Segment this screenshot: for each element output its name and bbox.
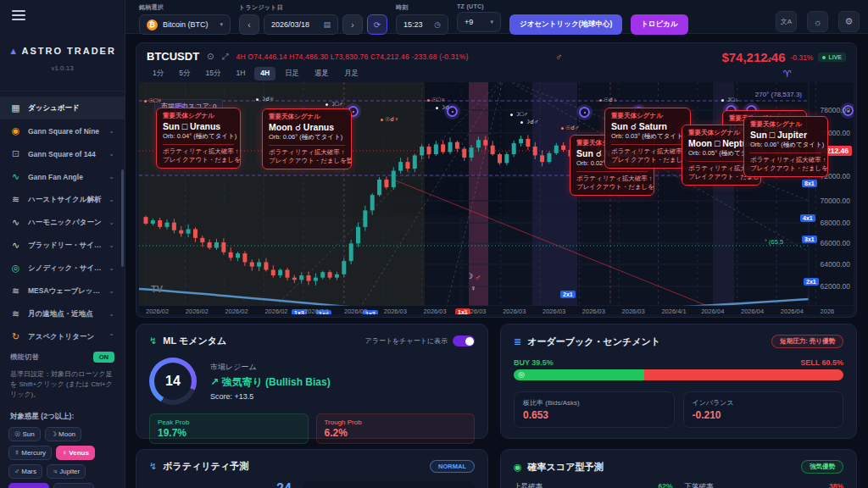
ohlc-readout: 4H O74,446.14 H74,486.30 L73,830.76 C74,… <box>236 53 469 61</box>
timeframe-row: 1分5分15分1H4H日足週足月足 <box>136 63 856 80</box>
time-input[interactable]: 15:23 ◷ <box>396 14 448 35</box>
gann-degree-label-green: ° (65,5 <box>765 238 783 246</box>
time-value: 15:23 <box>403 20 429 29</box>
trough-prob-box: Trough Prob 6.2% <box>316 413 476 444</box>
base-date-note: 基準日設定：対象日のローソク足を Shift+クリック (または Ctrl+クリ… <box>0 368 125 407</box>
sidebar-item-4[interactable]: ≋ハーストサイクル解析⌄ <box>0 188 125 211</box>
regime-value: ↗ 強気寄り (Bullish Bias) <box>210 375 331 390</box>
chevron-icon: ⌄ <box>108 150 114 158</box>
sidebar-item-icon: ↻ <box>10 331 21 342</box>
timeframe-月足[interactable]: 月足 <box>338 67 364 80</box>
timeframe-1分[interactable]: 1分 <box>147 67 170 80</box>
imbalance-box: インバランス -0.210 <box>683 391 844 428</box>
date-axis-label: 2026/03 <box>542 308 565 314</box>
sidebar-item-2[interactable]: ⊡Gann Square of 144⌄ <box>0 142 125 165</box>
planet-glyph-icon: ♂ <box>555 52 562 62</box>
aspect-event-circle-icon <box>579 107 590 118</box>
buy-sell-bar: ◎ <box>514 369 843 380</box>
chevron-icon: ⌄ <box>108 127 114 135</box>
timeframe-5分[interactable]: 5分 <box>173 67 196 80</box>
sidebar-item-9[interactable]: ≋月の遠地点・近地点⌄ <box>0 302 125 325</box>
chevron-icon: ⌄ <box>108 219 114 226</box>
planet-chip-venus[interactable]: ♀ Venus <box>56 446 95 460</box>
sidebar-item-icon: ≋ <box>10 194 21 205</box>
symbol-select-value: Bitcoin (BTC) <box>163 20 214 29</box>
app-version: v1.0.13 <box>0 64 125 72</box>
chart-plot[interactable]: 市場圧力スコア: 0☉□♅☽☌♅☽□♂☉☌♀☉□♃☽☌♀☽□♂☽☌♂☉☌♂☉☌♄… <box>139 82 854 314</box>
chevron-down-icon: ▾ <box>220 21 223 28</box>
sidebar-item-icon: ∿ <box>10 217 21 228</box>
alert-toggle[interactable] <box>453 336 475 347</box>
planet-chip-sun[interactable]: ☉ Sun <box>8 427 41 441</box>
sidebar-item-icon: ≋ <box>10 286 21 297</box>
ml-momentum-panel: ↯ ML モメンタム アラートをチャートに表示 14 市場レジーム ↗ 強気寄り… <box>136 324 488 439</box>
transit-date-value: 2026/03/18 <box>271 20 318 29</box>
hamburger-menu-icon[interactable] <box>12 10 25 20</box>
chevron-icon: ⌄ <box>108 264 114 272</box>
aspect-marker: ☽□♂ <box>510 111 528 118</box>
sidebar-item-1[interactable]: ◉Gann Square of Nine⌄ <box>0 119 125 142</box>
aspect-marker: ☉☌♀ <box>381 116 398 123</box>
tradingview-logo: TV <box>151 284 163 294</box>
down-probability-value: 38% <box>829 482 843 488</box>
screenshot-icon[interactable]: ⊙ <box>207 52 214 61</box>
sidebar-item-label: ブラッドリー・サイデログラフ <box>28 241 102 251</box>
date-axis-label: 2026/03 <box>622 308 645 314</box>
planet-glyph-icon: ♆ <box>321 67 328 77</box>
chart-card: BTCUSDT ⊙ ⤢ 4H O74,446.14 H74,486.30 L73… <box>136 42 857 318</box>
date-axis-label: 2026/3/1 <box>304 308 329 314</box>
function-on-badge[interactable]: ON <box>93 352 114 363</box>
date-axis-label: 2026 <box>821 308 835 314</box>
refresh-button[interactable]: ⟳ <box>367 14 387 35</box>
sidebar-scrollbar[interactable] <box>121 169 124 267</box>
planet-chip-uranus[interactable]: ♅ Uranus <box>53 483 94 488</box>
volatility-number: 24 <box>276 481 292 488</box>
sidebar-item-6[interactable]: ∿ブラッドリー・サイデログラフ⌄ <box>0 234 125 257</box>
transit-date-input[interactable]: 2026/03/18 ▤ <box>264 14 338 35</box>
prev-date-button[interactable]: ‹ <box>239 14 259 35</box>
timezone-value: +9 <box>465 18 485 26</box>
sidebar-item-7[interactable]: ◎シノディック・サイクル⌄ <box>0 257 125 280</box>
price-axis-label: 68000.00 <box>821 219 850 227</box>
sidebar-item-icon: ▦ <box>10 103 21 114</box>
next-date-button[interactable]: › <box>342 14 363 35</box>
planet-chip-jupiter[interactable]: ♃ Jupiter <box>47 464 86 479</box>
planet-chip-moon[interactable]: ☽ Moon <box>45 427 81 441</box>
volatility-detail-box <box>303 481 475 488</box>
aspect-event-circle-icon <box>447 106 458 117</box>
gann-angle-badge: 8x1 <box>802 180 817 187</box>
sidebar-item-icon: ◉ <box>10 125 21 136</box>
sidebar-item-5[interactable]: ∿ハーモニックパターン⌄ <box>0 211 125 234</box>
sidebar-item-0[interactable]: ▦ダッシュボード <box>0 97 125 119</box>
target-icon: ◎ <box>518 370 525 379</box>
planet-glyph-icon: ♀ <box>470 284 476 292</box>
sidebar-item-icon: ∿ <box>10 171 21 182</box>
planet-chip-mercury[interactable]: ☿ Mercury <box>8 446 52 460</box>
probability-panel: ◉ 確率スコア型予測 強気優勢 上昇確率62% 下落確率38% <box>500 449 857 488</box>
aspect-marker: ☽☌♅ <box>256 96 274 103</box>
sidebar-item-10[interactable]: ↻アスペクトリターン⌃ <box>0 325 125 348</box>
gann-angle-badge: 4x1 <box>800 214 815 222</box>
up-probability-value: 62% <box>658 482 672 488</box>
gann-degree-label: 270° (78,537.3) <box>698 91 802 98</box>
timeframe-日足[interactable]: 日足 <box>279 67 305 80</box>
geocentric-button[interactable]: ジオセントリック(地球中心) <box>509 14 622 35</box>
sidebar-item-3[interactable]: ∿Gann Fan Angle⌄ <box>0 165 125 188</box>
timeframe-4H[interactable]: 4H <box>254 67 275 80</box>
theme-toggle-button[interactable]: ☼ <box>807 11 828 32</box>
symbol-select[interactable]: ₿ Bitcoin (BTC) ▾ <box>139 14 231 35</box>
date-axis-label: 2026/03 <box>344 308 367 314</box>
tropical-button[interactable]: トロピカル <box>631 14 688 35</box>
timezone-select[interactable]: +9 ▾ <box>457 12 501 32</box>
timeframe-1H[interactable]: 1H <box>230 67 251 80</box>
planet-chip-saturn[interactable]: ♄ Saturn <box>8 483 49 488</box>
language-button[interactable]: 文A <box>776 11 797 32</box>
chevron-icon: ⌄ <box>108 173 114 180</box>
orderbook-title: オーダーブック・センチメント <box>527 336 660 348</box>
settings-button[interactable]: ⚙ <box>838 11 860 32</box>
fullscreen-icon[interactable]: ⤢ <box>222 52 229 62</box>
sidebar-item-8[interactable]: ≋MESAウェーブレット解析⌄ <box>0 280 125 302</box>
logo-triangle-icon: ▲ <box>8 46 18 56</box>
planet-chip-mars[interactable]: ♂ Mars <box>8 464 42 479</box>
timeframe-15分[interactable]: 15分 <box>199 67 226 80</box>
